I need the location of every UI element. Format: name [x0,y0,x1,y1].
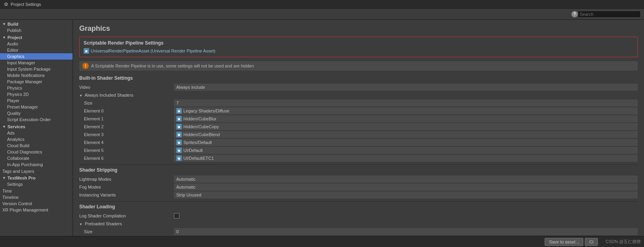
toolbar-icons: ? [571,11,578,17]
watermark: CSDN @五仁烧饼 [606,239,641,245]
instancing-value[interactable]: Strip Unused [174,191,638,198]
status-bar: Save to asset... Cl CSDN @五仁烧饼 [0,236,644,247]
log-shader-checkbox[interactable] [174,213,179,219]
log-shader-row: Log Shader Compilation [79,212,638,220]
sidebar-group-textmesh: ▼ TextMesh Pro Settings [0,174,73,188]
element5-label: Element 5 [79,148,174,153]
element4-value[interactable]: ▣ Sprites/Default [174,139,638,146]
preloaded-size-row: Size 0 [79,228,638,236]
srp-settings-box: Scriptable Render Pipeline Settings ▣ Un… [79,37,638,57]
sidebar-item-quality[interactable]: Quality [0,110,73,116]
asset-icon: ▣ [84,48,89,54]
shaders-size-row: Size 7 [79,99,638,107]
element0-value[interactable]: ▣ Legacy Shaders/Diffuse [174,107,638,114]
element1-label: Element 1 [79,116,174,121]
fog-value[interactable]: Automatic [174,183,638,191]
sidebar-item-time[interactable]: Time [0,188,73,194]
srp-asset[interactable]: ▣ UniversalRenderPipelineAsset (Universa… [84,48,633,54]
main-content: ▼ Build Publish ▼ Project Audio Editor G… [0,20,644,236]
sidebar-header-project[interactable]: ▼ Project [0,34,73,41]
sidebar-item-cloud-build[interactable]: Cloud Build [0,142,73,149]
shader-icon-6: ▣ [176,155,182,161]
sidebar-header-textmesh[interactable]: ▼ TextMesh Pro [0,175,73,181]
element3-row: Element 3 ▣ Hidden/CubeBlend [79,131,638,138]
element4-row: Element 4 ▣ Sprites/Default [79,138,638,146]
sidebar-item-physics[interactable]: Physics [0,85,73,91]
element0-row: Element 0 ▣ Legacy Shaders/Diffuse [79,107,638,115]
sidebar-item-player[interactable]: Player [0,97,73,104]
sidebar-item-textmesh-settings[interactable]: Settings [0,181,73,187]
divider-2 [79,201,638,202]
preloaded-label: ▼ Preloaded Shaders [79,221,174,226]
sidebar-header-services[interactable]: ▼ Services [0,124,73,130]
preloaded-size-value[interactable]: 0 [174,228,638,235]
instancing-label: Instancing Variants [79,193,174,197]
element1-value[interactable]: ▣ Hidden/CubeBlur [174,115,638,122]
arrow-preloaded: ▼ [79,223,82,226]
sidebar-item-cloud-diagnostics[interactable]: Cloud Diagnostics [0,149,73,155]
gear-icon: ⚙ [3,2,9,7]
sidebar-item-input-system[interactable]: Input System Package [0,66,73,72]
arrow-project: ▼ [2,36,6,39]
sidebar-header-build[interactable]: ▼ Build [0,21,73,27]
status-bar-buttons: Save to asset... Cl [545,238,597,246]
sidebar-item-preset[interactable]: Preset Manager [0,104,73,110]
video-row: Video Always include [79,83,638,91]
divider-1 [79,165,638,165]
sidebar-item-ads[interactable]: Ads [0,130,73,136]
instancing-row: Instancing Variants Strip Unused [79,191,638,199]
video-value[interactable]: Always include [174,84,638,91]
sidebar-item-publish[interactable]: Publish [0,27,73,34]
shader-icon-2: ▣ [176,124,182,129]
shaders-size-value[interactable]: 7 [174,99,638,107]
srp-asset-label: UniversalRenderPipelineAsset (Universal … [91,49,215,53]
sidebar-item-mobile[interactable]: Mobile Notifications [0,72,73,79]
sidebar-item-xr[interactable]: XR Plugin Management [0,207,73,213]
sidebar-item-timeline[interactable]: Timeline [0,194,73,200]
shader-icon-5: ▣ [176,148,182,153]
element6-row: Element 6 ▣ UI/DefaultETC1 [79,154,638,162]
shader-stripping-title: Shader Stripping [79,167,638,173]
lightmap-label: Lightmap Modes [79,177,174,182]
lightmap-value[interactable]: Automatic [174,176,638,183]
sidebar-item-script-exec[interactable]: Script Execution Order [0,116,73,123]
arrow-build: ▼ [2,22,6,26]
sidebar-item-version-control[interactable]: Version Control [0,200,73,207]
info-icon[interactable]: ? [571,11,578,17]
element2-value[interactable]: ▣ Hidden/CubeCopy [174,123,638,130]
save-to-asset-button[interactable]: Save to asset... [545,238,583,246]
arrow-services: ▼ [2,125,6,129]
shaders-size-label: Size [79,101,174,105]
element1-row: Element 1 ▣ Hidden/CubeBlur [79,115,638,123]
sidebar-item-physics2d[interactable]: Physics 2D [0,91,73,97]
warning-text: A Scriptable Render Pipeline is in use, … [91,64,254,68]
sidebar-group-services: ▼ Services Ads Analytics Cloud Build Clo… [0,123,73,168]
search-input[interactable] [578,11,641,18]
builtin-shader-title: Built-in Shader Settings [79,75,638,81]
sidebar-project-label: Project [7,35,22,40]
sidebar-item-collaborate[interactable]: Collaborate [0,155,73,161]
sidebar-item-audio[interactable]: Audio [0,41,73,47]
close-button[interactable]: Cl [585,238,597,246]
element5-value[interactable]: ▣ UI/Default [174,147,638,154]
toolbar: ? [0,9,644,20]
sidebar-item-tags[interactable]: Tags and Layers [0,168,73,174]
page-title: Graphics [79,24,638,33]
sidebar-item-input-manager[interactable]: Input Manager [0,60,73,66]
element5-row: Element 5 ▣ UI/Default [79,146,638,154]
element3-value[interactable]: ▣ Hidden/CubeBlend [174,131,638,138]
srp-title: Scriptable Render Pipeline Settings [84,40,633,46]
sidebar-item-inapp[interactable]: In-App Purchasing [0,161,73,168]
element4-label: Element 4 [79,140,174,145]
title-bar: ⚙ Project Settings [0,0,644,9]
sidebar-item-editor[interactable]: Editor [0,47,73,53]
sidebar-group-project: ▼ Project Audio Editor Graphics Input Ma… [0,34,73,123]
element2-label: Element 2 [79,124,174,129]
sidebar-item-analytics[interactable]: Analytics [0,136,73,142]
video-label: Video [79,85,174,90]
sidebar-group-build: ▼ Build Publish [0,21,73,34]
sidebar-item-package[interactable]: Package Manager [0,79,73,85]
element6-value[interactable]: ▣ UI/DefaultETC1 [174,155,638,162]
sidebar-services-label: Services [7,124,25,129]
sidebar-item-graphics[interactable]: Graphics [0,53,73,60]
